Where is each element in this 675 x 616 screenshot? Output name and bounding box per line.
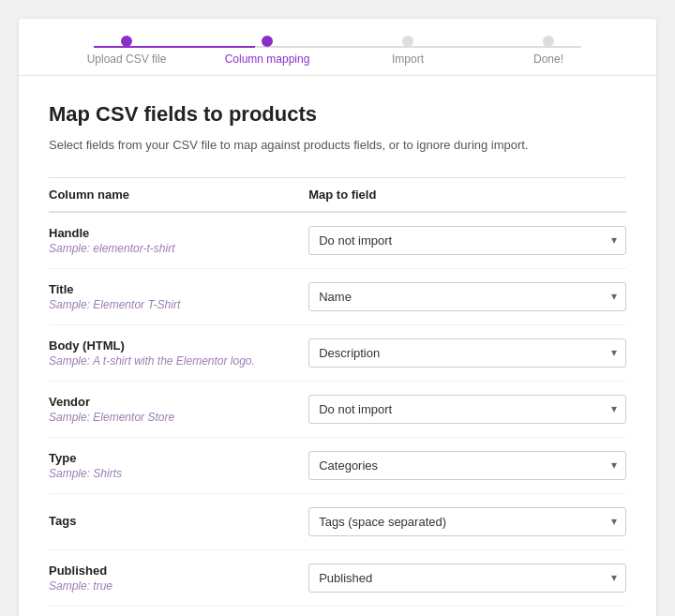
map-select[interactable]: Do not importNameDescriptionCategoriesTa… [308, 451, 626, 480]
step-dot-done [543, 36, 554, 47]
field-name: Body (HTML) [49, 338, 293, 353]
table-row: TitleSample: Elementor T-ShirtDo not imp… [49, 269, 626, 325]
field-sample: Sample: Elementor Store [49, 411, 293, 424]
step-label-upload: Upload CSV file [87, 53, 167, 66]
select-wrapper: Do not importNameDescriptionCategoriesTa… [308, 451, 626, 480]
step-label-mapping: Column mapping [225, 53, 310, 66]
field-map: Do not importNameDescriptionCategoriesTa… [308, 451, 626, 480]
field-sample: Sample: elementor-t-shirt [49, 242, 293, 255]
map-select[interactable]: Do not importNameDescriptionCategoriesTa… [308, 507, 626, 536]
column-name-header: Column name [49, 188, 308, 202]
table-row: TagsDo not importNameDescriptionCategori… [49, 494, 626, 550]
field-info: Body (HTML)Sample: A t-shirt with the El… [49, 338, 308, 368]
step-done: Done! [478, 36, 619, 66]
map-select[interactable]: Do not importNameDescriptionCategoriesTa… [308, 563, 626, 593]
main-container: Upload CSV file Column mapping Import Do… [19, 19, 656, 616]
field-sample: Sample: true [49, 579, 293, 593]
table-header: Column name Map to field [49, 178, 626, 213]
field-map: Do not importNameDescriptionCategoriesTa… [308, 395, 626, 424]
select-wrapper: Do not importNameDescriptionCategoriesTa… [308, 338, 626, 368]
table-row: PublishedSample: trueDo not importNameDe… [49, 550, 626, 607]
select-wrapper: Do not importNameDescriptionCategoriesTa… [308, 226, 626, 255]
field-sample: Sample: Elementor T-Shirt [49, 298, 293, 311]
field-map: Do not importNameDescriptionCategoriesTa… [308, 338, 626, 368]
stepper: Upload CSV file Column mapping Import Do… [19, 19, 656, 76]
select-wrapper: Do not importNameDescriptionCategoriesTa… [308, 282, 626, 311]
field-name: Published [49, 563, 293, 578]
step-label-import: Import [392, 53, 424, 66]
field-info: PublishedSample: true [49, 563, 308, 593]
map-select[interactable]: Do not importNameDescriptionCategoriesTa… [308, 282, 626, 311]
field-map: Do not importNameDescriptionCategoriesTa… [308, 282, 626, 311]
field-name: Title [49, 282, 293, 296]
field-info: TitleSample: Elementor T-Shirt [49, 282, 308, 311]
field-name: Tags [49, 514, 293, 528]
table-row: Option1 NameSample: SizeDo not importNam… [49, 607, 626, 617]
content-area: Map CSV fields to products Select fields… [19, 76, 656, 616]
step-dot-mapping [262, 36, 273, 47]
field-info: Tags [49, 514, 308, 530]
page-subtitle: Select fields from your CSV file to map … [49, 136, 626, 155]
step-dot-import [402, 36, 413, 47]
field-info: TypeSample: Shirts [49, 451, 308, 480]
step-import: Import [338, 36, 478, 66]
field-map: Do not importNameDescriptionCategoriesTa… [308, 507, 626, 536]
table-row: TypeSample: ShirtsDo not importNameDescr… [49, 438, 626, 494]
select-wrapper: Do not importNameDescriptionCategoriesTa… [308, 395, 626, 424]
field-sample: Sample: Shirts [49, 467, 293, 480]
step-label-done: Done! [533, 53, 563, 66]
field-map: Do not importNameDescriptionCategoriesTa… [308, 226, 626, 255]
map-select[interactable]: Do not importNameDescriptionCategoriesTa… [308, 395, 626, 424]
select-wrapper: Do not importNameDescriptionCategoriesTa… [308, 507, 626, 536]
step-upload: Upload CSV file [56, 36, 197, 66]
map-to-field-header: Map to field [308, 188, 626, 202]
map-select[interactable]: Do not importNameDescriptionCategoriesTa… [308, 338, 626, 368]
mapping-table: Column name Map to field HandleSample: e… [49, 177, 626, 617]
table-row: Body (HTML)Sample: A t-shirt with the El… [49, 325, 626, 382]
field-map: Do not importNameDescriptionCategoriesTa… [308, 563, 626, 593]
page-title: Map CSV fields to products [49, 102, 626, 127]
field-sample: Sample: A t-shirt with the Elementor log… [49, 354, 293, 368]
field-name: Vendor [49, 395, 293, 409]
table-row: HandleSample: elementor-t-shirtDo not im… [49, 213, 626, 269]
table-row: VendorSample: Elementor StoreDo not impo… [49, 382, 626, 438]
field-info: VendorSample: Elementor Store [49, 395, 308, 424]
map-select[interactable]: Do not importNameDescriptionCategoriesTa… [308, 226, 626, 255]
table-body: HandleSample: elementor-t-shirtDo not im… [49, 213, 626, 617]
step-dot-upload [121, 36, 132, 47]
field-name: Handle [49, 226, 293, 240]
select-wrapper: Do not importNameDescriptionCategoriesTa… [308, 563, 626, 593]
step-mapping: Column mapping [197, 36, 338, 66]
field-name: Type [49, 451, 293, 465]
field-info: HandleSample: elementor-t-shirt [49, 226, 308, 255]
